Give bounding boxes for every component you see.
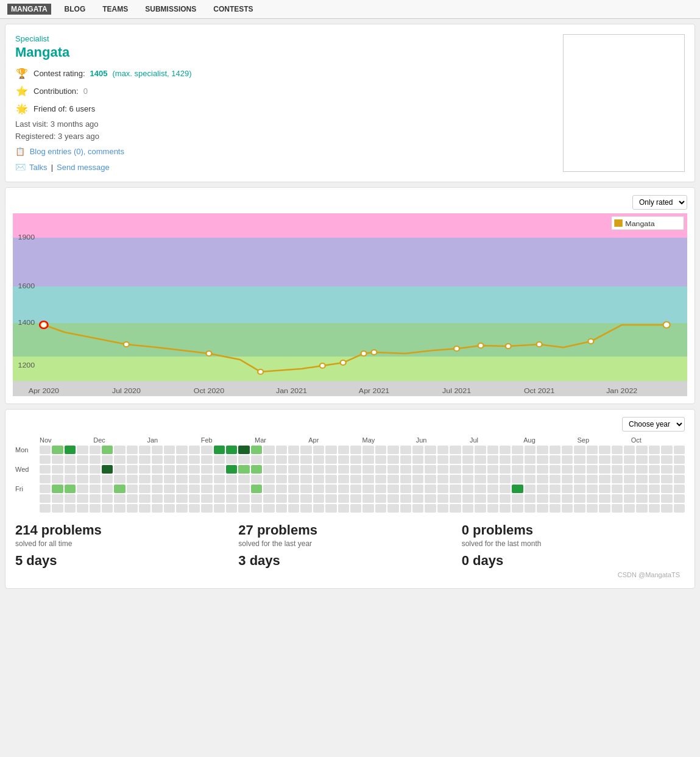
heat-cell[interactable] [425,465,436,474]
heat-cell[interactable] [412,504,423,513]
heat-cell[interactable] [300,446,311,454]
heat-cell[interactable] [52,494,63,503]
heat-cell[interactable] [425,494,436,503]
heat-cell[interactable] [475,465,486,474]
heat-cell[interactable] [674,455,685,464]
heat-cell[interactable] [263,465,274,474]
heat-cell[interactable] [636,475,647,483]
heat-cell[interactable] [189,494,200,503]
heat-cell[interactable] [176,446,187,454]
heat-cell[interactable] [674,446,685,454]
heat-cell[interactable] [612,446,623,454]
heat-cell[interactable] [238,455,249,464]
heat-cell[interactable] [487,485,498,493]
comments-link[interactable]: comments [88,147,124,156]
heat-cell[interactable] [90,475,101,483]
heat-cell[interactable] [238,504,249,513]
heat-cell[interactable] [176,504,187,513]
heat-cell[interactable] [562,494,573,503]
heat-cell[interactable] [65,446,76,454]
heat-cell[interactable] [649,446,660,454]
heat-cell[interactable] [624,475,635,483]
heat-cell[interactable] [375,446,386,454]
heat-cell[interactable] [475,485,486,493]
heat-cell[interactable] [276,446,287,454]
heat-cell[interactable] [450,455,461,464]
heat-cell[interactable] [214,465,225,474]
heat-cell[interactable] [276,485,287,493]
heat-cell[interactable] [65,485,76,493]
heat-cell[interactable] [362,485,373,493]
heat-cell[interactable] [127,475,138,483]
heat-cell[interactable] [300,475,311,483]
heat-cell[interactable] [562,475,573,483]
heat-cell[interactable] [624,494,635,503]
heat-cell[interactable] [65,465,76,474]
nav-contests[interactable]: CONTESTS [210,4,256,15]
heat-cell[interactable] [475,494,486,503]
heat-cell[interactable] [574,485,585,493]
heat-cell[interactable] [164,446,175,454]
heat-cell[interactable] [612,494,623,503]
heat-cell[interactable] [512,465,523,474]
heat-cell[interactable] [288,475,299,483]
heat-cell[interactable] [437,475,448,483]
heat-cell[interactable] [362,455,373,464]
heat-cell[interactable] [400,494,411,503]
heat-cell[interactable] [574,465,585,474]
heat-cell[interactable] [325,485,336,493]
heat-cell[interactable] [139,504,150,513]
heat-cell[interactable] [214,494,225,503]
heat-cell[interactable] [550,485,560,493]
heat-cell[interactable] [387,455,398,464]
heat-cell[interactable] [127,465,138,474]
heat-cell[interactable] [537,446,548,454]
heat-cell[interactable] [102,465,113,474]
heat-cell[interactable] [164,494,175,503]
heat-cell[interactable] [77,465,88,474]
heat-cell[interactable] [412,475,423,483]
heat-cell[interactable] [649,455,660,464]
heat-cell[interactable] [462,504,473,513]
heat-cell[interactable] [251,494,262,503]
heat-cell[interactable] [313,465,324,474]
heat-cell[interactable] [574,504,585,513]
heat-cell[interactable] [65,494,76,503]
heat-cell[interactable] [40,494,51,503]
heat-cell[interactable] [114,485,125,493]
heat-cell[interactable] [325,504,336,513]
heat-cell[interactable] [450,504,461,513]
heat-cell[interactable] [350,494,361,503]
heat-cell[interactable] [313,494,324,503]
heat-cell[interactable] [65,504,76,513]
heat-cell[interactable] [40,446,51,454]
heat-cell[interactable] [587,485,598,493]
heat-cell[interactable] [550,465,560,474]
heat-cell[interactable] [674,494,685,503]
nav-blog[interactable]: BLOG [61,4,90,15]
heat-cell[interactable] [412,446,423,454]
heat-cell[interactable] [387,494,398,503]
heat-cell[interactable] [425,504,436,513]
heat-cell[interactable] [251,475,262,483]
heat-cell[interactable] [152,475,163,483]
heat-cell[interactable] [338,485,349,493]
heat-cell[interactable] [214,455,225,464]
heat-cell[interactable] [77,485,88,493]
heat-cell[interactable] [350,475,361,483]
heat-cell[interactable] [587,446,598,454]
heat-cell[interactable] [164,504,175,513]
heat-cell[interactable] [512,455,523,464]
heat-cell[interactable] [674,465,685,474]
heat-cell[interactable] [350,455,361,464]
heat-cell[interactable] [288,446,299,454]
heat-cell[interactable] [189,446,200,454]
heat-cell[interactable] [325,465,336,474]
heat-cell[interactable] [77,455,88,464]
heat-cell[interactable] [338,465,349,474]
heat-cell[interactable] [77,475,88,483]
heat-cell[interactable] [512,446,523,454]
heat-cell[interactable] [525,465,536,474]
heat-cell[interactable] [612,475,623,483]
heat-cell[interactable] [90,494,101,503]
